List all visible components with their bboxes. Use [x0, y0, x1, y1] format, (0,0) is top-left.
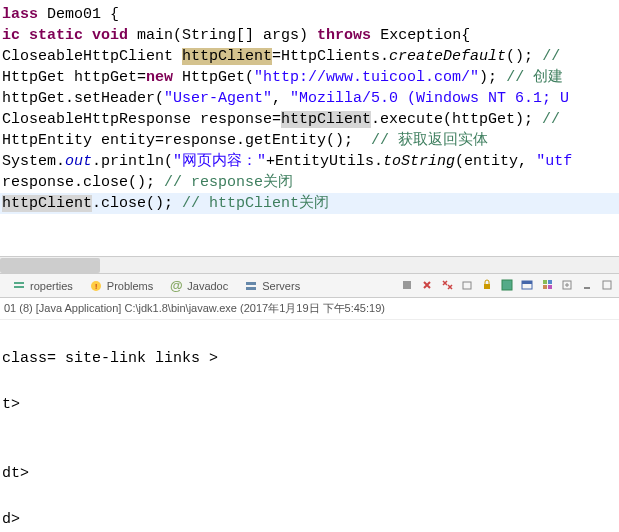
svg-rect-17 [584, 287, 590, 289]
svg-rect-15 [548, 285, 552, 289]
code-line: httpGet.setHeader("User-Agent", "Mozilla… [0, 88, 619, 109]
console-output[interactable]: class= site-link links > t> dt> d> <a hr… [0, 320, 619, 532]
console-line: class= site-link links > [2, 347, 617, 370]
minimize-button[interactable] [579, 277, 595, 293]
open-console-button[interactable] [539, 277, 555, 293]
code-line: response.close(); // response关闭 [0, 172, 619, 193]
console-line: d> [2, 508, 617, 531]
code-line: CloseableHttpResponse response=httpClien… [0, 109, 619, 130]
code-editor[interactable]: lass Demo01 { ic static void main(String… [0, 0, 619, 256]
properties-icon [12, 279, 26, 293]
tab-javadoc[interactable]: @Javadoc [161, 274, 236, 297]
code-line: ic static void main(String[] args) throw… [0, 25, 619, 46]
svg-rect-12 [543, 280, 547, 284]
remove-all-button[interactable] [439, 277, 455, 293]
code-line: System.out.println("网页内容："+EntityUtils.t… [0, 151, 619, 172]
display-console-button[interactable] [519, 277, 535, 293]
javadoc-icon: @ [169, 279, 183, 293]
maximize-button[interactable] [599, 277, 615, 293]
svg-text:!: ! [95, 282, 97, 291]
scroll-lock-button[interactable] [479, 277, 495, 293]
remove-launch-button[interactable] [419, 277, 435, 293]
code-line: CloseableHttpClient httpClient=HttpClien… [0, 46, 619, 67]
new-console-button[interactable] [559, 277, 575, 293]
problems-icon: ! [89, 279, 103, 293]
svg-rect-8 [484, 284, 490, 289]
console-line: dt> [2, 462, 617, 485]
tab-properties[interactable]: roperties [4, 274, 81, 297]
stop-button[interactable] [399, 277, 415, 293]
scroll-thumb[interactable] [0, 258, 100, 273]
code-line: lass Demo01 { [0, 4, 619, 25]
horizontal-scrollbar[interactable] [0, 256, 619, 273]
bottom-tabs: roperties !Problems @Javadoc Servers [0, 273, 619, 298]
pin-console-button[interactable] [499, 277, 515, 293]
svg-rect-1 [14, 286, 24, 288]
console-toolbar [399, 277, 615, 293]
clear-console-button[interactable] [459, 277, 475, 293]
svg-rect-11 [522, 281, 532, 284]
tab-servers[interactable]: Servers [236, 274, 308, 297]
svg-rect-5 [246, 287, 256, 290]
tab-problems[interactable]: !Problems [81, 274, 161, 297]
code-line: HttpEntity entity=response.getEntity(); … [0, 130, 619, 151]
svg-rect-6 [403, 281, 411, 289]
console-line: t> [2, 393, 617, 416]
console-header: 01 (8) [Java Application] C:\jdk1.8\bin\… [0, 298, 619, 320]
code-line: HttpGet httpGet=new HttpGet("http://www.… [0, 67, 619, 88]
svg-rect-0 [14, 282, 24, 284]
svg-rect-14 [543, 285, 547, 289]
svg-rect-7 [463, 282, 471, 289]
svg-rect-13 [548, 280, 552, 284]
svg-rect-9 [502, 280, 512, 290]
svg-rect-18 [603, 281, 611, 289]
servers-icon [244, 279, 258, 293]
code-line-current: httpClient.close(); // httpClient关闭 [0, 193, 619, 214]
svg-rect-4 [246, 282, 256, 285]
